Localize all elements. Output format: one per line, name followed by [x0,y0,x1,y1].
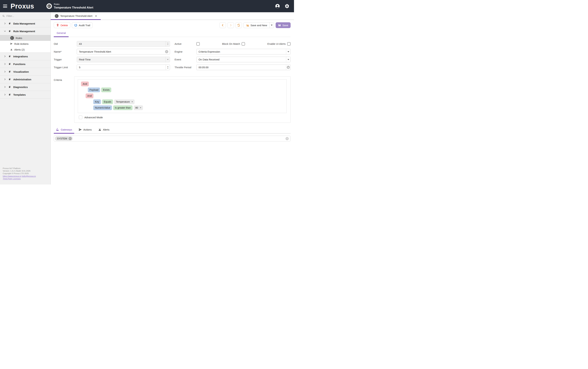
refresh-icon [237,24,240,27]
sidebar-item-rules[interactable]: if... Rules [0,35,50,41]
sidebar-item-administration[interactable]: Administration [0,76,50,83]
trigger-limit-stepper[interactable]: ▲▼ [166,65,170,70]
save-options-dropdown[interactable] [269,22,274,28]
tab-actions[interactable]: Actions [77,126,94,133]
filter-input[interactable] [7,14,44,17]
chevron-right-icon [4,78,6,81]
sidebar-item-templates[interactable]: Templates [0,91,50,99]
sidebar-item-label: Rule Management [13,30,35,33]
sidebar-item-functions[interactable]: Functions [0,60,50,68]
trigger-value: Real-Time [77,58,165,61]
oid-label: Oid [54,42,77,45]
field-chip[interactable]: Key [93,99,101,104]
sidebar-item-rule-actions[interactable]: Rule Actions [0,41,50,47]
operator-chip[interactable]: And [81,82,89,86]
platform-name: Proxus IIoT Platform [3,167,36,170]
tab-temperature-threshold-alert[interactable]: if... Temperature Threshold Alert × [51,12,101,20]
sidebar-item-visualization[interactable]: Visualization [0,68,50,76]
trigger-label: Trigger [54,58,77,61]
engine-label: Engine [175,50,196,53]
remove-tag-icon[interactable]: × [69,137,72,140]
gear-icon[interactable] [284,4,289,9]
tab-general[interactable]: General [54,31,69,37]
value-dropdown-chip[interactable]: Temperature [114,99,134,104]
refresh-button[interactable] [236,22,242,28]
name-input[interactable] [77,50,165,53]
website-link[interactable]: https://www.proxus.io [3,175,21,177]
hamburger-icon[interactable] [3,5,7,8]
tab-label: Gateways [61,128,72,131]
chevron-down-icon[interactable] [286,49,290,54]
operator-chip[interactable]: And [86,93,93,98]
clock-icon[interactable] [286,65,290,70]
throttle-period-field [196,64,291,70]
enable-ui-alerts-checkbox[interactable] [287,42,291,46]
tab-gateways[interactable]: Gateways [54,126,74,133]
collection-icon [9,63,11,65]
next-record-button[interactable] [228,22,234,28]
active-label: Active [175,42,196,45]
field-chip[interactable]: NumericValue [93,105,112,110]
chevron-right-icon [4,22,6,25]
throttle-period-input[interactable] [197,66,286,69]
trigger-limit-input[interactable] [77,66,166,69]
condition-chip[interactable]: Is greater than [113,105,132,110]
value-dropdown-chip[interactable]: 80 [134,105,143,110]
app-header: Proxus if... Rules Temperature Threshold… [0,0,294,12]
chevron-right-icon [4,93,6,96]
advanced-mode-checkbox[interactable] [79,116,82,119]
collection-icon [9,86,11,88]
active-checkbox[interactable] [196,42,200,46]
clear-name-icon[interactable]: × [165,50,168,53]
tab-label: Alerts [103,128,110,131]
oid-stepper[interactable]: ▲▼ [166,41,170,46]
gateway-icon [56,128,59,131]
advanced-mode-label: Advanced Mode [84,116,103,119]
sidebar-item-label: Templates [13,93,26,96]
oid-value: 43 [77,42,166,45]
enable-ui-alerts-label: Enable UI Alerts [267,42,286,45]
history-icon [74,24,77,27]
condition-chip[interactable]: Exists [101,87,111,92]
collection-icon [9,78,11,81]
sidebar-item-alerts[interactable]: Alerts (2) [0,47,50,52]
condition-chip[interactable]: Equals [102,99,113,104]
block-on-match-checkbox[interactable] [242,42,245,46]
send-icon [10,42,13,45]
engine-select[interactable]: Criteria Expression [196,49,291,54]
sidebar-item-integrations[interactable]: Integrations [0,53,50,60]
breadcrumb-category: Rules [54,3,93,6]
engine-value: Criteria Expression [197,50,286,53]
save-and-new-label: Save and New [250,24,267,27]
save-and-new-button[interactable]: Save and New [244,22,269,28]
search-icon [2,15,5,17]
delete-button[interactable]: Delete [54,22,70,28]
tab-label: Actions [83,128,92,131]
if-rule-icon: if... [55,14,59,18]
chevron-down-icon[interactable] [286,57,290,62]
sidebar-item-data-management[interactable]: Data Management [0,20,50,27]
general-tab-label: General [54,31,69,36]
criteria-label: Criteria [54,76,74,123]
tab-alerts[interactable]: Alerts [96,126,111,133]
prev-record-button[interactable] [219,22,226,28]
document-tabstrip: if... Temperature Threshold Alert × [51,12,294,20]
email-link[interactable]: hello@proxus.io [22,175,36,177]
collection-icon [9,55,11,58]
trigger-limit-field: ▲▼ [77,64,170,70]
name-label: Name* [54,50,77,53]
field-chip[interactable]: Payload [88,87,100,92]
toolbar: Delete Audit Trail [51,20,294,30]
clear-tags-icon[interactable]: × [286,137,289,140]
gateways-tag-input[interactable]: SYSTEM × × [54,136,291,142]
close-icon[interactable]: × [95,14,97,18]
sidebar-item-label: Administration [13,78,31,81]
save-button[interactable]: Save [276,22,291,28]
sidebar-item-diagnostics[interactable]: Diagnostics [0,83,50,91]
account-icon[interactable] [275,4,280,9]
licenses-link[interactable]: Third-Party Licenses [3,178,20,180]
sidebar-item-rule-management[interactable]: Rule Management [0,27,50,35]
event-select[interactable]: On Data Received [196,57,291,62]
if-rule-icon: if... [10,36,14,40]
audit-trail-button[interactable]: Audit Trail [72,22,93,28]
